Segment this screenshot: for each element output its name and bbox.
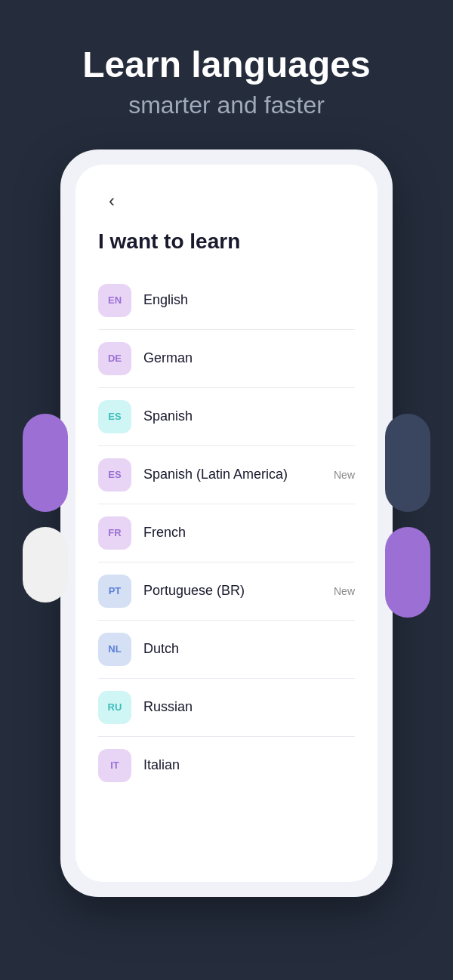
language-item[interactable]: DE German (98, 330, 355, 388)
new-badge: New (334, 469, 355, 481)
phone-screen: ‹ I want to learn EN English DE German E… (76, 165, 378, 882)
lang-badge: RU (98, 691, 131, 724)
blob-left-white (23, 527, 68, 602)
background: Learn languages smarter and faster ‹ I w… (0, 0, 453, 897)
language-item[interactable]: ES Spanish (98, 388, 355, 446)
new-badge: New (334, 585, 355, 597)
lang-name: Portuguese (BR) (143, 583, 334, 599)
hero-subtitle: smarter and faster (30, 91, 423, 119)
back-chevron-icon: ‹ (109, 190, 115, 211)
lang-badge: PT (98, 575, 131, 608)
language-list: EN English DE German ES Spanish ES Spani… (98, 272, 355, 794)
lang-name: English (143, 292, 355, 308)
lang-badge: ES (98, 400, 131, 433)
blob-left-purple (23, 414, 68, 512)
lang-badge: IT (98, 749, 131, 782)
hero-title: Learn languages (30, 45, 423, 85)
lang-badge: NL (98, 633, 131, 666)
lang-name: Dutch (143, 641, 355, 657)
lang-name: Italian (143, 757, 355, 773)
screen-title: I want to learn (98, 230, 355, 254)
phone-frame: ‹ I want to learn EN English DE German E… (60, 149, 393, 897)
language-item[interactable]: IT Italian (98, 737, 355, 794)
blob-right-purple (385, 527, 430, 618)
back-button[interactable]: ‹ (98, 187, 125, 214)
lang-name: Russian (143, 699, 355, 715)
hero-section: Learn languages smarter and faster (0, 0, 453, 149)
lang-name: Spanish (143, 408, 355, 424)
language-item[interactable]: ES Spanish (Latin America) New (98, 446, 355, 504)
language-item[interactable]: FR French (98, 504, 355, 562)
lang-badge: ES (98, 458, 131, 492)
language-item[interactable]: RU Russian (98, 679, 355, 737)
language-item[interactable]: NL Dutch (98, 621, 355, 679)
lang-badge: DE (98, 342, 131, 375)
lang-badge: EN (98, 284, 131, 317)
phone-content: ‹ I want to learn EN English DE German E… (76, 165, 378, 809)
language-item[interactable]: PT Portuguese (BR) New (98, 562, 355, 621)
lang-name: German (143, 350, 355, 366)
blob-right-dark (385, 414, 430, 512)
lang-name: Spanish (Latin America) (143, 467, 334, 482)
language-item[interactable]: EN English (98, 272, 355, 330)
phone-container: ‹ I want to learn EN English DE German E… (53, 149, 400, 897)
lang-badge: FR (98, 516, 131, 550)
lang-name: French (143, 525, 355, 541)
